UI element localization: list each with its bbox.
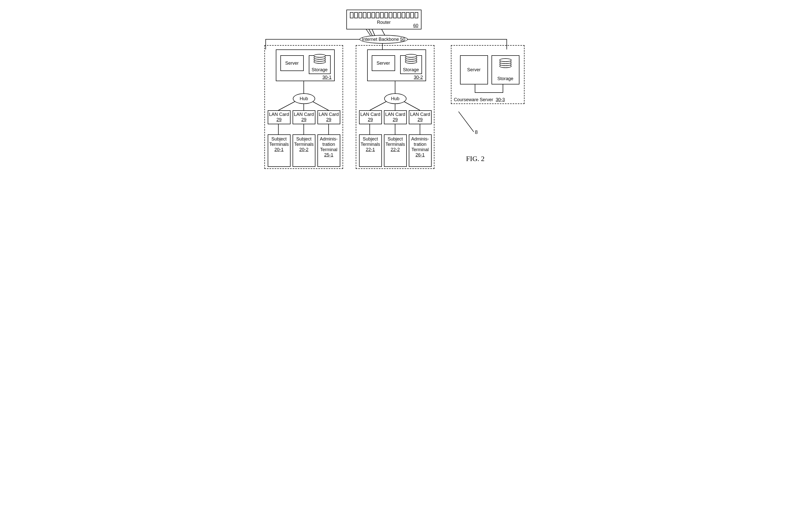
terminal-20-1: Subject Terminals 20-1 — [268, 134, 291, 167]
callout-8: 8 — [475, 129, 478, 135]
term-ref: 20-2 — [293, 147, 315, 152]
router-box: Router 60 — [346, 10, 422, 30]
lan-label: LAN Card — [268, 112, 290, 117]
hub-2: Hub — [384, 93, 407, 104]
lan-label: LAN Card — [409, 112, 431, 117]
term-label: Adminis-tration Terminal — [318, 136, 340, 152]
hub-1: Hub — [293, 93, 315, 104]
term-label: Subject Terminals — [293, 136, 315, 147]
term-label: Adminis-tration Terminal — [409, 136, 431, 152]
lancard-2c: LAN Card 29 — [409, 110, 432, 124]
lancard-1c: LAN Card 29 — [317, 110, 340, 124]
lancard-2a: LAN Card 29 — [359, 110, 382, 124]
hub-label: Hub — [391, 96, 400, 101]
term-ref: 22-2 — [385, 147, 406, 152]
lan-label: LAN Card — [293, 112, 315, 117]
server-label: Server — [285, 61, 299, 66]
site2-server: Server — [372, 55, 395, 71]
courseware-server: Server — [460, 55, 488, 84]
lan-ref: 29 — [293, 117, 315, 122]
lancard-1a: LAN Card 29 — [268, 110, 291, 124]
lan-ref: 29 — [318, 117, 340, 122]
lan-label: LAN Card — [318, 112, 340, 117]
lan-ref: 29 — [385, 117, 406, 122]
backbone-label: Internet Backbone — [362, 37, 399, 42]
router-ports — [350, 12, 418, 18]
disk-icon — [405, 54, 417, 65]
courseware-ref: 30-3 — [496, 97, 505, 102]
terminal-26-1: Adminis-tration Terminal 26-1 — [409, 134, 432, 167]
server-label: Server — [376, 61, 390, 66]
terminal-22-1: Subject Terminals 22-1 — [359, 134, 382, 167]
term-ref: 26-1 — [409, 152, 431, 158]
term-ref: 22-1 — [359, 147, 382, 152]
router-label: Router — [347, 20, 421, 25]
site2-server-ref: 30-2 — [413, 75, 423, 80]
backbone-ellipse: Internet Backbone 50 — [359, 35, 408, 44]
lancard-1b: LAN Card 29 — [293, 110, 315, 124]
term-label: Subject Terminals — [268, 136, 290, 147]
terminal-20-2: Subject Terminals 20-2 — [293, 134, 315, 167]
terminal-25-1: Adminis-tration Terminal 25-1 — [317, 134, 340, 167]
term-ref: 25-1 — [318, 152, 340, 158]
term-ref: 20-1 — [268, 147, 290, 152]
lan-ref: 29 — [409, 117, 431, 122]
figure-label: FIG. 2 — [466, 155, 485, 163]
disk-icon — [314, 54, 326, 65]
backbone-ref: 50 — [400, 37, 405, 42]
term-label: Subject Terminals — [385, 136, 406, 147]
diagram-canvas: Router 60 Internet Backbone 50 30-1 Serv… — [248, 5, 547, 213]
lan-ref: 29 — [268, 117, 290, 122]
hub-label: Hub — [300, 96, 308, 101]
storage-label: Storage — [497, 76, 513, 81]
lan-ref: 29 — [359, 117, 382, 122]
lan-label: LAN Card — [385, 112, 406, 117]
lancard-2b: LAN Card 29 — [384, 110, 407, 124]
terminal-22-2: Subject Terminals 22-2 — [384, 134, 407, 167]
site1-server: Server — [280, 55, 304, 71]
storage-label: Storage — [312, 67, 328, 73]
disk-icon — [499, 58, 512, 69]
term-label: Subject Terminals — [359, 136, 382, 147]
courseware-label: Courseware Server — [454, 97, 493, 102]
server-label: Server — [467, 67, 481, 73]
lan-label: LAN Card — [359, 112, 382, 117]
router-ref: 60 — [413, 23, 418, 28]
storage-label: Storage — [403, 67, 419, 73]
site1-server-ref: 30-1 — [322, 75, 331, 80]
